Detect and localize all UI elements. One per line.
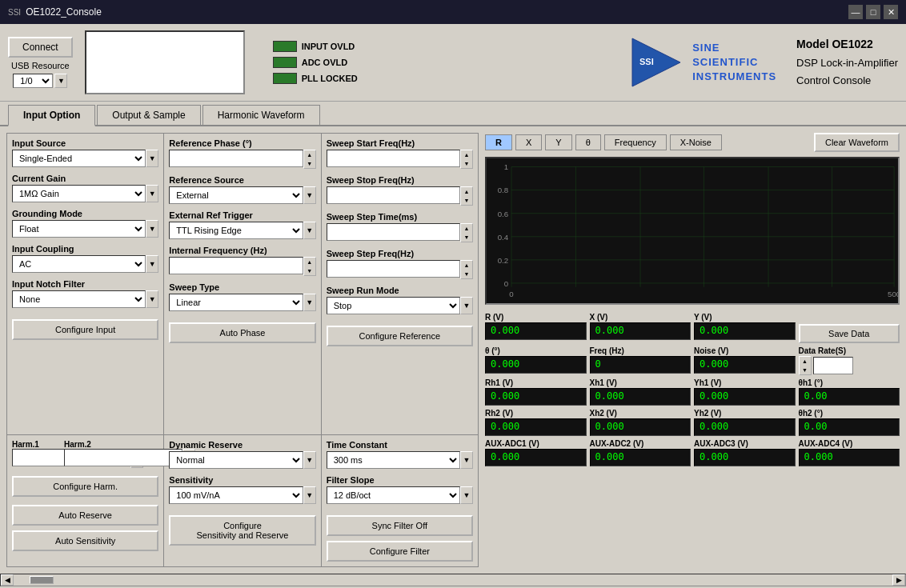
int-freq-up[interactable]: ▲	[304, 258, 315, 266]
ref-phase-group: Reference Phase (°) 0.00 ▲ ▼	[169, 138, 315, 169]
sweep-step-time-input[interactable]: 1000	[327, 223, 460, 241]
sweep-start-input[interactable]: 1000.000	[327, 150, 460, 167]
status-row-input-ovld: INPUT OVLD	[273, 41, 358, 52]
main-tab-bar: Input Option Output & Sample Harmonic Wa…	[0, 102, 906, 126]
usb-select[interactable]: 1/0	[13, 74, 53, 88]
sweep-stop-down[interactable]: ▼	[461, 196, 472, 205]
minimize-button[interactable]: —	[848, 5, 863, 19]
aux3-field: AUX-ADC3 (V) 0.000	[694, 439, 796, 466]
sweep-step-time-label: Sweep Step Time(ms)	[327, 212, 473, 222]
sweep-type-group: Sweep Type Linear ▼	[169, 282, 315, 311]
time-constant-label: Time Constant	[327, 440, 473, 450]
sweep-type-select[interactable]: Linear	[169, 294, 303, 311]
input-source-select[interactable]: Single-Ended	[12, 150, 146, 167]
ext-ref-trigger-arrow[interactable]: ▼	[303, 222, 316, 239]
save-data-button[interactable]: Save Data	[799, 324, 900, 343]
sweep-type-arrow[interactable]: ▼	[303, 294, 316, 311]
configure-sensitivity-button[interactable]: Configure Sensitivity and Reserve	[169, 515, 315, 546]
scroll-right-button[interactable]: ▶	[892, 574, 905, 586]
sensitivity-arrow[interactable]: ▼	[303, 486, 316, 504]
tab-harmonic-waveform[interactable]: Harmonic Waveform	[202, 105, 320, 125]
svg-text:0.2: 0.2	[498, 256, 508, 265]
notch-arrow[interactable]: ▼	[146, 290, 158, 308]
ref-phase-down[interactable]: ▼	[304, 159, 315, 168]
chart-tab-x[interactable]: X	[515, 134, 542, 150]
horizontal-scrollbar[interactable]: ◀ ▶	[0, 574, 906, 586]
data-rate-up[interactable]: ▲	[800, 357, 811, 366]
sweep-run-select[interactable]: Stop	[327, 297, 460, 314]
configure-harm-button[interactable]: Configure Harm.	[12, 476, 158, 497]
ssi-text-block: SINE SCIENTIFIC INSTRUMENTS	[692, 41, 776, 85]
chart-tab-r[interactable]: R	[485, 134, 512, 150]
yh2-label: Yh2 (V)	[694, 409, 796, 418]
configure-filter-button[interactable]: Configure Filter	[327, 541, 473, 562]
data-rate-down[interactable]: ▼	[800, 366, 811, 374]
time-constant-arrow[interactable]: ▼	[460, 451, 473, 469]
chart-tab-frequency[interactable]: Frequency	[604, 134, 667, 150]
configure-input-button[interactable]: Configure Input	[12, 319, 158, 340]
ref-source-group: Reference Source External ▼	[169, 175, 315, 204]
rh1-value: 0.000	[485, 388, 587, 406]
ext-ref-trigger-select[interactable]: TTL Rising Edge	[169, 222, 303, 239]
filter-slope-arrow[interactable]: ▼	[460, 486, 473, 504]
dynamic-reserve-arrow[interactable]: ▼	[303, 451, 316, 469]
time-constant-select[interactable]: 300 ms	[327, 451, 460, 469]
chart-tab-xnoise[interactable]: X-Noise	[670, 134, 722, 150]
sync-filter-button[interactable]: Sync Filter Off	[327, 515, 473, 536]
status-row-adc-ovld: ADC OVLD	[273, 57, 358, 68]
ref-phase-input[interactable]: 0.00	[169, 150, 303, 167]
ref-source-arrow[interactable]: ▼	[303, 186, 316, 204]
chart-tab-y[interactable]: Y	[545, 134, 571, 150]
svg-text:0.6: 0.6	[498, 210, 508, 218]
connect-button[interactable]: Connect	[8, 37, 73, 58]
scroll-left-button[interactable]: ◀	[1, 574, 14, 586]
ref-source-select[interactable]: External	[169, 186, 303, 204]
sweep-step-freq-down[interactable]: ▼	[461, 270, 472, 278]
close-button[interactable]: ✕	[884, 5, 898, 19]
usb-dropdown-button[interactable]: ▼	[54, 74, 67, 88]
auto-reserve-button[interactable]: Auto Reserve	[12, 505, 158, 526]
filter-slope-select[interactable]: 12 dB/oct	[327, 486, 460, 504]
grounding-select[interactable]: Float	[12, 220, 146, 238]
current-gain-group: Current Gain 1MΩ Gain ▼	[12, 174, 158, 202]
sweep-run-arrow[interactable]: ▼	[460, 297, 473, 314]
tab-output-sample[interactable]: Output & Sample	[97, 105, 200, 125]
sensitivity-select[interactable]: 100 mV/nA	[169, 486, 303, 504]
xh1-value: 0.000	[590, 388, 692, 406]
sweep-step-freq-input[interactable]: 1000.000	[327, 260, 460, 278]
current-gain-select[interactable]: 1MΩ Gain	[12, 185, 146, 202]
sweep-step-time-down[interactable]: ▼	[461, 233, 472, 242]
sweep-start-up[interactable]: ▲	[461, 150, 472, 159]
data-rate-input[interactable]: 0.1	[813, 357, 853, 374]
sweep-step-freq-up[interactable]: ▲	[461, 261, 472, 270]
maximize-button[interactable]: □	[866, 5, 880, 19]
auto-phase-button[interactable]: Auto Phase	[169, 322, 315, 343]
dynamic-reserve-select[interactable]: Normal	[169, 451, 303, 469]
sweep-stop-up[interactable]: ▲	[461, 187, 472, 196]
model-line3: Control Console	[796, 72, 898, 90]
int-freq-down[interactable]: ▼	[304, 266, 315, 275]
grounding-arrow[interactable]: ▼	[146, 220, 158, 238]
ref-phase-up[interactable]: ▲	[304, 150, 315, 159]
int-freq-input[interactable]: 1000.000	[169, 257, 303, 274]
sweep-start-down[interactable]: ▼	[461, 159, 472, 168]
theta-label: θ (°)	[485, 346, 587, 355]
coupling-select[interactable]: AC	[12, 255, 146, 273]
notch-select[interactable]: None	[12, 290, 146, 308]
input-source-arrow[interactable]: ▼	[146, 150, 158, 167]
tab-input-option[interactable]: Input Option	[8, 105, 95, 126]
sweep-step-time-up[interactable]: ▲	[461, 224, 472, 233]
coupling-arrow[interactable]: ▼	[146, 255, 158, 273]
clear-waveform-button[interactable]: Clear Waveform	[814, 133, 900, 152]
scroll-thumb[interactable]	[30, 576, 54, 584]
thetah2-label: θh2 (°)	[799, 409, 900, 418]
current-gain-arrow[interactable]: ▼	[146, 185, 158, 202]
auto-sensitivity-button[interactable]: Auto Sensitivity	[12, 530, 158, 551]
chart-tab-theta[interactable]: θ	[575, 134, 601, 150]
status-row-pll-locked: PLL LOCKED	[273, 73, 358, 84]
right-panel: R X Y θ Frequency X-Noise Clear Waveform…	[485, 133, 900, 567]
sweep-stop-input[interactable]: 5000.000	[327, 186, 460, 204]
configure-reference-button[interactable]: Configure Reference	[327, 326, 473, 346]
aux2-field: AUX-ADC2 (V) 0.000	[590, 439, 692, 466]
rh2-value: 0.000	[485, 418, 587, 436]
